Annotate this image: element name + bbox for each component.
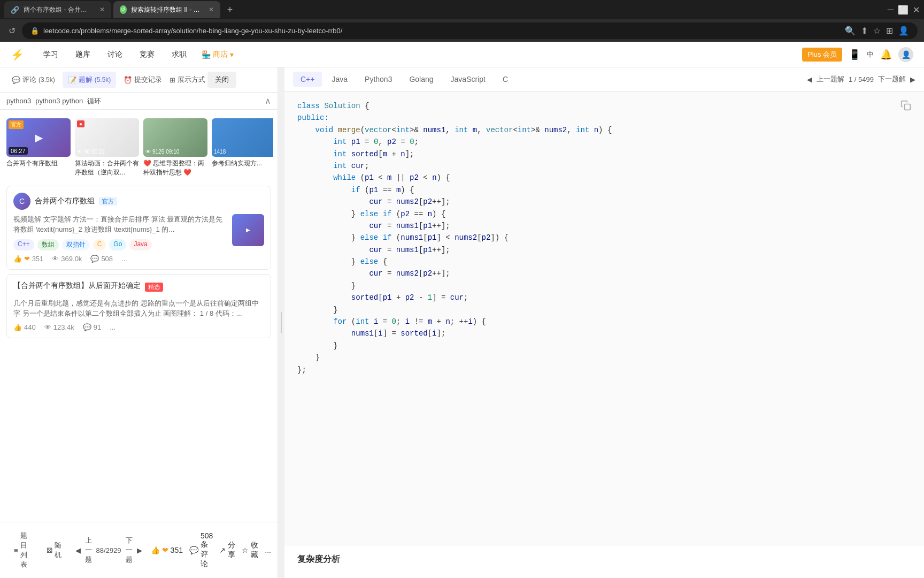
- nav-item-problems[interactable]: 题库: [73, 50, 93, 59]
- code-tab-python3[interactable]: Python3: [357, 72, 399, 87]
- solution-1-thumb: ▶: [232, 214, 264, 246]
- tab-1-title: 两个有序数组 - 合并两个有序...: [24, 5, 93, 14]
- minimize-button[interactable]: ─: [888, 5, 894, 15]
- tag-c[interactable]: C: [93, 239, 106, 250]
- bottom-collect-btn[interactable]: ☆ 收藏: [242, 541, 258, 560]
- svg-rect-0: [905, 104, 911, 110]
- nav-item-jobs[interactable]: 求职: [170, 50, 189, 59]
- back-to-list-label: 题目列表: [20, 531, 27, 569]
- close-panel-btn[interactable]: 关闭: [207, 72, 236, 88]
- code-tab-cpp[interactable]: C++: [293, 72, 322, 87]
- tag-cpp[interactable]: C++: [13, 239, 34, 250]
- back-to-list-btn[interactable]: ≡ 题目列表: [9, 528, 33, 573]
- nav-item-contest[interactable]: 竞赛: [137, 50, 157, 59]
- next-solution-label[interactable]: 下一题解: [878, 74, 906, 84]
- back-button[interactable]: ↺: [6, 24, 18, 38]
- copy-icon[interactable]: [900, 100, 911, 115]
- display-mode-btn[interactable]: ⊞ 展示方式: [170, 75, 205, 85]
- maximize-button[interactable]: ⬜: [898, 5, 908, 15]
- filter-python3-python[interactable]: python3 python: [35, 97, 83, 105]
- filter-tags: python3 python3 python 循环 ∧: [0, 93, 278, 110]
- code-tab-java[interactable]: Java: [324, 72, 355, 87]
- panel-divider[interactable]: [278, 67, 284, 578]
- tab-1-close[interactable]: ✕: [99, 6, 105, 13]
- solution-item-1[interactable]: C 合并两个有序数组 官方 视频题解 文字题解 方法一：直接合并后排序 算法 最…: [6, 186, 271, 270]
- prev-problem-label[interactable]: 上一题: [85, 536, 92, 565]
- tab-solutions[interactable]: 📝 题解 (5.5k): [63, 72, 117, 88]
- user-avatar[interactable]: 👤: [898, 47, 913, 62]
- like-icon: 👍: [13, 255, 22, 263]
- profile-icon[interactable]: 👤: [898, 26, 909, 36]
- code-line-16: }: [297, 280, 911, 292]
- video-2-meta: 👁 90 00:22: [77, 149, 105, 155]
- bookmark-icon[interactable]: ☆: [873, 26, 881, 36]
- video-card-3[interactable]: 👁 9125 09:10 ❤️ 思维导图整理：两种双指针思想 ❤️: [143, 118, 207, 177]
- solution-1-tags: C++ 数组 双指针 C Go Java: [13, 239, 226, 250]
- bottom-comments-btn[interactable]: 💬 508条评论: [189, 531, 213, 569]
- add-tab-button[interactable]: +: [222, 2, 237, 17]
- tag-array[interactable]: 数组: [37, 239, 59, 250]
- mobile-icon[interactable]: 📱: [849, 49, 860, 60]
- code-tab-javascript[interactable]: JavaScript: [443, 72, 493, 87]
- solution-item-2[interactable]: 【合并两个有序数组】从后面开始确定 精选 几个月后重刷此题，感觉还是有点进步的 …: [6, 274, 271, 338]
- more-icon-2[interactable]: ...: [110, 323, 116, 331]
- prev-solution-label[interactable]: 上一题解: [817, 74, 844, 84]
- next-problem-label[interactable]: 下一题: [126, 536, 133, 565]
- lang-selector[interactable]: 中: [867, 50, 874, 59]
- url-box[interactable]: 🔒 leetcode.cn/problems/merge-sorted-arra…: [22, 22, 918, 39]
- display-mode-label: 展示方式: [178, 75, 205, 85]
- filter-python3[interactable]: python3: [6, 97, 31, 105]
- solution-2-header: 【合并两个有序数组】从后面开始确定 精选: [13, 281, 264, 294]
- video-thumb-3: 👁 9125 09:10: [143, 118, 207, 157]
- filter-loop[interactable]: 循环: [87, 96, 101, 106]
- duration-1: 06:27: [9, 147, 28, 155]
- like-count: ❤ 351: [24, 255, 43, 263]
- video-thumb-2: ● 👁 90 00:22: [75, 118, 139, 157]
- grid-icon: ⊞: [170, 76, 175, 84]
- random-btn[interactable]: ⚄ 随机: [41, 537, 67, 563]
- tag-two-ptr[interactable]: 双指针: [62, 239, 90, 250]
- video-card-2[interactable]: ● 👁 90 00:22 算法动画：合并两个有序数组（逆向双...: [75, 118, 139, 177]
- eye-icon-2: 👁: [77, 149, 82, 155]
- address-icons: 🔍 ⬆ ☆ ⊞ 👤: [845, 26, 909, 36]
- video-card-4[interactable]: 1418 参考归纳实现方...: [212, 118, 273, 177]
- tab-submissions[interactable]: ⏰ 提交记录: [118, 72, 167, 88]
- collapse-button[interactable]: ∧: [265, 96, 271, 106]
- share-icon[interactable]: ⬆: [861, 26, 868, 36]
- shop-dropdown-icon: ▾: [230, 50, 234, 59]
- nav-item-shop[interactable]: 🏪 商店 ▾: [202, 50, 234, 59]
- view-count-4: 1418: [214, 149, 226, 155]
- tab-2[interactable]: ↺ 搜索旋转排序数组 II - 提交记录 ✕: [113, 1, 220, 18]
- tab-1[interactable]: 🔗 两个有序数组 - 合并两个有序... ✕: [4, 1, 111, 18]
- bottom-collect-icon: ☆: [242, 546, 249, 554]
- close-window-button[interactable]: ✕: [913, 5, 920, 15]
- tab-2-close[interactable]: ✕: [209, 6, 214, 13]
- code-tab-c[interactable]: C: [495, 72, 515, 87]
- plus-btn[interactable]: Plus 会员: [802, 48, 842, 62]
- solution-1-likes[interactable]: 👍 ❤ 351: [13, 255, 43, 263]
- code-line-4: int p1 = 0, p2 = 0;: [297, 136, 911, 148]
- tag-go[interactable]: Go: [109, 239, 126, 250]
- extensions-icon[interactable]: ⊞: [886, 26, 893, 36]
- nav-item-study[interactable]: 学习: [41, 50, 60, 59]
- url-text: leetcode.cn/problems/merge-sorted-array/…: [43, 27, 342, 35]
- bottom-share-btn[interactable]: ↗ 分享: [219, 541, 235, 560]
- prev-solution-arrow[interactable]: ◀: [807, 75, 812, 83]
- search-icon[interactable]: 🔍: [845, 26, 856, 36]
- tab-comments[interactable]: 💬 评论 (3.5k): [6, 72, 60, 88]
- nav-item-discuss[interactable]: 讨论: [105, 50, 125, 59]
- video-card-1[interactable]: 官方 ▶ 06:27 合并两个有序数组: [6, 118, 71, 177]
- thumb-play-icon: ▶: [246, 227, 250, 233]
- page-info: 88/2929: [96, 546, 121, 554]
- next-solution-arrow[interactable]: ▶: [910, 75, 915, 83]
- next-problem-arrow[interactable]: ▶: [137, 546, 142, 554]
- notification-icon[interactable]: 🔔: [880, 49, 892, 60]
- tag-java[interactable]: Java: [129, 239, 151, 250]
- solution-2-likes[interactable]: 👍 440: [13, 323, 36, 331]
- code-tab-golang[interactable]: Golang: [402, 72, 441, 87]
- bottom-more-btn[interactable]: ...: [265, 546, 271, 554]
- bottom-likes[interactable]: 👍 ❤ 351: [151, 546, 183, 554]
- prev-problem-arrow[interactable]: ◀: [75, 546, 81, 554]
- more-icon[interactable]: ...: [121, 255, 127, 263]
- code-line-21: }: [297, 340, 911, 352]
